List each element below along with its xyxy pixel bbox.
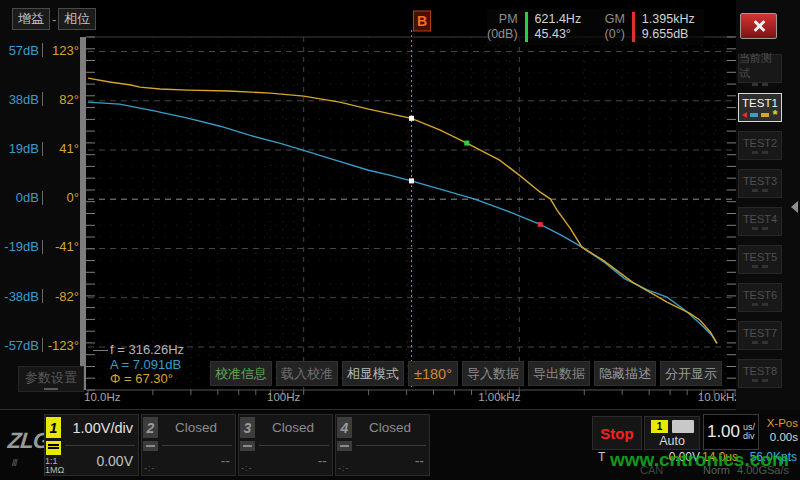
trigger-coupling-icon xyxy=(672,420,694,433)
timebase-value: 1.00 xyxy=(707,422,740,442)
test-button-test3[interactable]: TEST3 xyxy=(738,169,782,198)
trigger-block[interactable]: 1 Auto xyxy=(644,416,700,450)
test-button-label: TEST5 xyxy=(743,251,777,263)
axis-label-row: 38dB82° xyxy=(0,92,79,107)
channel-2-badge: 2 xyxy=(143,417,158,438)
freq-tick-label: 100Hz xyxy=(267,391,300,403)
button-dashes xyxy=(752,227,768,230)
current-test-button[interactable]: 当前测试 xyxy=(738,54,782,83)
svg-text:B: B xyxy=(417,13,427,29)
trigger-mode-label: Auto xyxy=(645,434,699,448)
timebase-unit: us/div xyxy=(743,423,755,441)
test-button-test5[interactable]: TEST5 xyxy=(738,245,782,274)
test-button-test6[interactable]: TEST6 xyxy=(738,283,782,312)
button-dashes xyxy=(752,303,768,306)
axis-label-row: -57dB-123° xyxy=(0,338,79,353)
axis-label-row: 0dB0° xyxy=(0,190,79,205)
gain-tick-label: -57dB xyxy=(4,338,39,353)
underline-mark xyxy=(44,388,58,390)
test-button-label: TEST8 xyxy=(743,365,777,377)
gm-sub-label: (0°) xyxy=(605,27,625,42)
parameter-settings-button[interactable]: 参数设置 xyxy=(18,366,84,392)
pm-frequency-value: 621.4Hz xyxy=(535,12,582,27)
channel-3-panel[interactable]: 3-:-Closed-- xyxy=(238,414,333,476)
trigger-source-badge: 1 xyxy=(651,420,668,433)
offset-value: 0.00V xyxy=(96,453,133,469)
channel-sub-label: -:- xyxy=(241,463,253,473)
x-pos-label: X-Pos xyxy=(758,416,798,430)
close-button[interactable] xyxy=(740,13,777,39)
test-button-label: TEST4 xyxy=(743,213,777,225)
phase-trace-icon xyxy=(761,113,769,117)
parameter-settings-label: 参数设置 xyxy=(25,369,77,387)
button-dashes xyxy=(752,151,768,154)
channel-3-badge: 3 xyxy=(240,417,255,438)
run-stop-indicator[interactable]: Stop xyxy=(592,416,642,450)
cursor-readout: f = 316.26Hz A = 7.091dB Φ = 67.30° xyxy=(110,343,184,387)
gain-mode-button[interactable]: 增益 xyxy=(12,8,50,30)
test-button-test2[interactable]: TEST2 xyxy=(738,131,782,160)
phase-tick-label: -82° xyxy=(46,289,79,304)
current-test-label: 当前测试 xyxy=(739,51,781,81)
button-dashes xyxy=(752,83,768,86)
phase-tick-label: -41° xyxy=(46,239,79,254)
mode-buttons: 增益 - 相位 xyxy=(12,8,96,30)
toolbar-button-相显模式[interactable]: 相显模式 xyxy=(342,361,404,386)
gain-trace-icon xyxy=(750,113,758,117)
axis-label-divider xyxy=(42,142,43,156)
stop-label: Stop xyxy=(600,425,633,442)
toolbar-button-隐藏描述[interactable]: 隐藏描述 xyxy=(594,361,656,386)
toolbar-button-校准信息[interactable]: 校准信息 xyxy=(210,361,272,386)
timebase-block[interactable]: 1.00 us/div xyxy=(703,414,759,450)
button-dashes xyxy=(752,265,768,268)
dc-coupling-icon xyxy=(46,441,61,455)
gain-tick-label: -19dB xyxy=(4,239,39,254)
freq-tick-label: 1.00kHz xyxy=(478,391,520,403)
channel-value-placeholder: -- xyxy=(415,453,424,469)
oscilloscope-bode-screen: 增益 - 相位 57dB123°38dB82°19dB41°0dB0°-19dB… xyxy=(0,0,800,480)
channel-4-panel[interactable]: 4-:-Closed-- xyxy=(335,414,430,476)
x-pos-value: 0.00s xyxy=(758,430,798,444)
cursor-phase: Φ = 67.30° xyxy=(110,372,184,387)
phase-tick-label: 82° xyxy=(46,92,79,107)
channel-value-placeholder: -- xyxy=(221,453,230,469)
test-button-test4[interactable]: TEST4 xyxy=(738,207,782,236)
test-button-label: TEST7 xyxy=(743,327,777,339)
toolbar-button-±180°[interactable]: ±180° xyxy=(408,361,458,386)
panel-divider xyxy=(162,445,232,446)
channel-closed-label: Closed xyxy=(175,420,217,435)
trigger-level-label: T xyxy=(598,450,605,464)
channel-value-placeholder: -- xyxy=(318,453,327,469)
test-button-test8[interactable]: TEST8 xyxy=(738,359,782,388)
test-status-icons: * xyxy=(742,111,777,118)
freq-tick-label: 10.0kHz xyxy=(698,391,740,403)
panel-divider xyxy=(259,445,329,446)
test-button-label: TEST3 xyxy=(743,175,777,187)
channel-2-panel[interactable]: 2-:-Closed-- xyxy=(141,414,236,476)
toolbar-button-载入校准[interactable]: 载入校准 xyxy=(276,361,338,386)
cursor-pointer-dash xyxy=(93,350,108,351)
channel-4-badge: 4 xyxy=(337,417,352,438)
toolbar-button-分开显示[interactable]: 分开显示 xyxy=(660,361,722,386)
button-dashes xyxy=(752,379,768,382)
channel-sub-label: -:- xyxy=(338,463,350,473)
phase-mode-button[interactable]: 相位 xyxy=(58,8,96,30)
sidebar-collapse-arrow-icon[interactable] xyxy=(791,201,798,213)
pm-color-bar xyxy=(525,12,528,42)
phase-tick-label: 123° xyxy=(46,43,79,58)
axis-label-divider xyxy=(42,191,43,205)
channel-off-icon xyxy=(337,441,352,451)
toolbar-button-导出数据[interactable]: 导出数据 xyxy=(528,361,590,386)
axis-label-row: 57dB123° xyxy=(0,43,79,58)
toolbar-button-导入数据[interactable]: 导入数据 xyxy=(462,361,524,386)
trigger-marker-icon xyxy=(742,112,747,118)
gm-gain-value: 9.655dB xyxy=(642,27,689,42)
button-dashes xyxy=(752,341,768,344)
margin-readout: PM (0dB) 621.4Hz 45.43° GM (0°) 1.395kHz… xyxy=(487,9,704,45)
test-button-test1[interactable]: TEST1* xyxy=(738,93,782,122)
channel-1-panel[interactable]: 11:11MΩ1.00V/div0.00V xyxy=(44,414,139,476)
gain-tick-label: 57dB xyxy=(9,43,39,58)
close-icon xyxy=(751,18,767,34)
axis-label-divider xyxy=(42,43,43,57)
test-button-test7[interactable]: TEST7 xyxy=(738,321,782,350)
